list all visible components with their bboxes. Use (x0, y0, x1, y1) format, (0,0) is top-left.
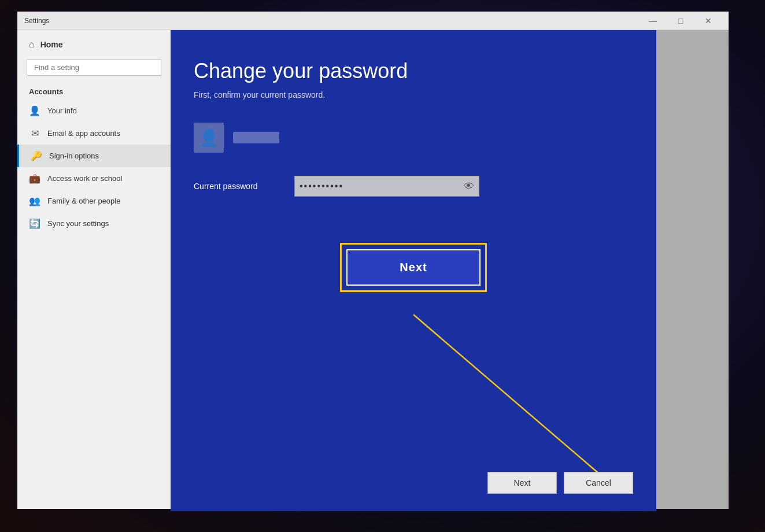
username-block (233, 132, 279, 143)
close-button[interactable]: ✕ (695, 12, 722, 30)
sidebar-home-label: Home (40, 40, 63, 49)
sign-in-label: Sign-in options (49, 152, 99, 160)
email-icon: ✉ (29, 128, 40, 139)
next-button-bottom[interactable]: Next (487, 472, 557, 494)
svg-line-0 (413, 315, 616, 488)
password-label: Current password (194, 182, 280, 191)
family-icon: 👥 (29, 195, 40, 206)
settings-window: Settings — □ ✕ ⌂ Home Accounts 👤 Your in… (17, 12, 729, 509)
sidebar: ⌂ Home Accounts 👤 Your info ✉ Email & ap… (17, 30, 171, 509)
title-bar-title: Settings (24, 17, 49, 25)
sidebar-item-sync-settings[interactable]: 🔄 Sync your settings (17, 212, 171, 235)
next-button-highlighted-container: Next (194, 243, 633, 292)
sidebar-home-item[interactable]: ⌂ Home (17, 30, 171, 54)
show-password-icon[interactable]: 👁 (464, 180, 474, 193)
title-bar: Settings — □ ✕ (17, 12, 729, 30)
sidebar-item-access-work-school[interactable]: 💼 Access work or school (17, 167, 171, 190)
sync-icon: 🔄 (29, 218, 40, 229)
user-avatar-row: 👤 (194, 123, 633, 153)
accounts-section-title: Accounts (17, 80, 171, 99)
password-input-wrapper: 👁 (294, 176, 479, 197)
dialog-bottom-buttons: Next Cancel (487, 472, 633, 494)
work-icon: 💼 (29, 173, 40, 184)
your-info-icon: 👤 (29, 105, 40, 116)
avatar: 👤 (194, 123, 224, 153)
your-info-label: Your info (47, 106, 77, 115)
dialog-title: Change your password (194, 59, 633, 83)
home-icon: ⌂ (29, 39, 35, 50)
sidebar-item-family-other-people[interactable]: 👥 Family & other people (17, 190, 171, 212)
next-button-outer-highlight: Next (340, 243, 486, 292)
sidebar-item-your-info[interactable]: 👤 Your info (17, 99, 171, 122)
change-password-dialog: Change your password First, confirm your… (171, 30, 656, 511)
cancel-button[interactable]: Cancel (564, 472, 633, 494)
search-input[interactable] (27, 59, 161, 76)
password-row: Current password 👁 (194, 176, 633, 197)
sign-in-icon: 🔑 (31, 150, 42, 161)
email-accounts-label: Email & app accounts (47, 129, 120, 138)
avatar-icon: 👤 (199, 128, 219, 147)
current-password-input[interactable] (300, 181, 464, 191)
sidebar-item-sign-in-options[interactable]: 🔑 Sign-in options (17, 145, 171, 167)
dialog-overlay: Change your password First, confirm your… (171, 30, 729, 509)
next-button-big[interactable]: Next (346, 249, 480, 286)
maximize-button[interactable]: □ (667, 12, 694, 30)
dialog-subtitle: First, confirm your current password. (194, 90, 633, 99)
sync-label: Sync your settings (47, 219, 109, 228)
title-bar-controls: — □ ✕ (640, 12, 722, 30)
minimize-button[interactable]: — (640, 12, 666, 30)
access-work-label: Access work or school (47, 174, 122, 183)
family-label: Family & other people (47, 197, 120, 205)
sidebar-item-email-app-accounts[interactable]: ✉ Email & app accounts (17, 122, 171, 145)
